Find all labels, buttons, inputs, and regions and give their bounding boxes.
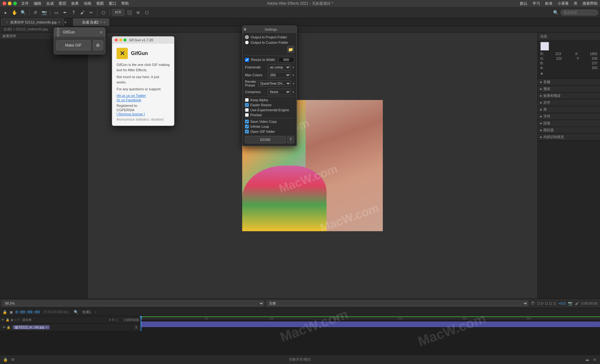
menu-view[interactable]: 视图 xyxy=(96,1,104,6)
infinite-loop-checkbox[interactable] xyxy=(245,125,249,128)
character-section-header[interactable]: ▸ 字符 xyxy=(538,113,600,120)
framerate-select[interactable]: as comp 24 30 xyxy=(268,64,291,70)
use-exp-engine-checkbox[interactable] xyxy=(245,108,249,112)
fx-col[interactable]: fx xyxy=(112,318,115,322)
search-input[interactable] xyxy=(561,10,598,15)
help-button[interactable]: ? xyxy=(287,136,294,143)
save-video-checkbox[interactable] xyxy=(245,120,249,123)
layer-pencil-icon[interactable]: ✏ xyxy=(45,326,48,329)
prev-icon-1[interactable]: ◻ xyxy=(537,301,540,305)
close-button[interactable] xyxy=(2,2,6,5)
playhead[interactable] xyxy=(141,316,141,331)
tab-composition[interactable]: ◾ 合成 合成1 ✕ ≡ xyxy=(73,18,109,26)
workspace-small[interactable]: 小屏幕 xyxy=(558,1,569,6)
content-aware-section-header[interactable]: ▸ 内容识别填充 xyxy=(538,134,600,141)
shy-icon[interactable]: ⌾ xyxy=(15,318,17,322)
puppet-tool[interactable]: ⬡ xyxy=(100,9,107,16)
effects-presets-section-header[interactable]: ▸ 效果和预设 xyxy=(538,92,600,99)
tab-effects-control[interactable]: ◾ 效果控件 52112_mskxcnfo.jpg ✕ xyxy=(1,18,64,26)
zoom-tool[interactable]: 🔍 xyxy=(19,9,27,16)
tracker-section-header[interactable]: ▸ 跟踪器 xyxy=(538,127,600,134)
align-button[interactable]: 对齐 xyxy=(112,9,124,16)
menu-edit[interactable]: 编辑 xyxy=(34,1,41,6)
clone-tool[interactable]: ✂ xyxy=(88,9,95,16)
maximize-button[interactable] xyxy=(13,2,17,5)
prev-icon-3[interactable]: ◻ xyxy=(545,301,548,305)
faster-resize-checkbox[interactable] xyxy=(245,103,249,107)
paragraph-section-header[interactable]: ▸ 段落 xyxy=(538,120,600,127)
timeline-zoom-icon[interactable]: 🔍 xyxy=(74,310,78,314)
lock-bottom-icon[interactable]: 🔒 xyxy=(2,357,8,362)
menu-animation[interactable]: 动画 xyxy=(84,1,91,6)
about-maximize[interactable] xyxy=(123,38,127,42)
layer-eye-icon[interactable]: 👁 xyxy=(2,326,6,329)
menu-effects[interactable]: 效果 xyxy=(71,1,79,6)
done-button[interactable]: DONE xyxy=(245,136,286,143)
solo-icon[interactable]: ◉ xyxy=(11,318,13,322)
folder-browse-button[interactable]: 📁 xyxy=(287,46,294,53)
tab-comp-menu[interactable]: ≡ xyxy=(104,21,106,24)
menu-help[interactable]: 帮助 xyxy=(121,1,129,6)
select-tool[interactable]: ▸ xyxy=(2,9,9,16)
gifgun-menu-icon[interactable]: ≡ xyxy=(100,30,102,35)
about-minimize[interactable] xyxy=(119,38,122,42)
library-section-header[interactable]: ▸ 库 xyxy=(538,106,600,113)
resize-checkbox[interactable] xyxy=(245,58,249,62)
make-gif-button[interactable]: Make GIF xyxy=(56,40,91,50)
zoom-select[interactable]: 98.5% xyxy=(2,301,264,306)
brush-icon-2[interactable]: 🖌 xyxy=(575,301,579,306)
output-project-radio[interactable] xyxy=(245,35,249,39)
audio-section-header[interactable]: ▸ 音频 xyxy=(538,79,600,86)
camera-icon[interactable]: 📷 xyxy=(568,301,572,306)
lock-col-icon[interactable]: 🔒 xyxy=(6,318,9,322)
align-section-header[interactable]: ▸ 对齐 xyxy=(538,99,600,106)
pen-tool[interactable]: ✒ xyxy=(61,9,69,16)
about-facebook-link[interactable]: Or on Facebook xyxy=(117,98,170,102)
prev-icon-5[interactable]: ◻ xyxy=(553,301,556,305)
workspace-standard[interactable]: 标准 xyxy=(545,1,552,6)
max-colors-select[interactable]: 256 128 64 xyxy=(268,72,291,78)
resize-input[interactable] xyxy=(278,57,294,62)
layer-bar[interactable] xyxy=(141,322,600,327)
3d-col[interactable]: ⬡ xyxy=(116,318,118,322)
layer-row[interactable]: 👁 🔒 1 🖼 52112_m...nfo.jpg ✏ 无 xyxy=(0,324,140,331)
settings-gear-button[interactable]: ⚙ xyxy=(93,40,103,50)
about-remove-license[interactable]: [ Remove license ] xyxy=(117,112,145,116)
keep-alpha-checkbox[interactable] xyxy=(245,98,249,102)
brush-tool[interactable]: 🖌 xyxy=(79,9,86,16)
info-section-header[interactable]: 信息 xyxy=(538,32,600,40)
timeline-menu-icon[interactable]: ≡ xyxy=(95,310,97,314)
rotation-tool[interactable]: ↺ xyxy=(32,9,39,16)
prev-icon-4[interactable]: ◻ xyxy=(549,301,552,305)
search-icon[interactable]: 🔍 xyxy=(552,9,559,16)
snap-icon[interactable]: ⬛ xyxy=(126,9,133,16)
menu-composite[interactable]: 合成 xyxy=(46,1,54,6)
about-twitter-link[interactable]: Hit us up on Twitter xyxy=(117,94,170,97)
motion-blur-icon[interactable]: ≋ xyxy=(134,9,142,16)
open-gif-folder-checkbox[interactable] xyxy=(245,130,249,133)
hand-tool[interactable]: ✋ xyxy=(11,9,18,16)
camera-tool[interactable]: 📷 xyxy=(40,9,48,16)
quality-select[interactable]: 完整 xyxy=(267,301,528,306)
3d-icon[interactable]: ⬡ xyxy=(143,9,151,16)
output-custom-radio[interactable] xyxy=(245,41,249,44)
preview-section-header[interactable]: ▸ 预览 xyxy=(538,86,600,92)
prev-icon-2[interactable]: ▷ xyxy=(541,301,544,305)
tab-comp-close[interactable]: ✕ xyxy=(100,21,102,24)
motion-blur-col[interactable]: ≋ xyxy=(109,318,111,322)
tab-effects-close[interactable]: ✕ xyxy=(58,21,60,24)
switch-mode-label[interactable]: 切换开关/模式 xyxy=(289,357,311,362)
layer-name-chip[interactable]: 🖼 52112_m...nfo.jpg ✏ xyxy=(13,325,50,329)
mask-tool[interactable]: ▭ xyxy=(52,9,60,16)
menu-file[interactable]: 文件 xyxy=(21,1,29,6)
config-icon[interactable]: ⚙ xyxy=(10,357,16,362)
about-close[interactable] xyxy=(115,38,118,42)
workspace-library[interactable]: 库 xyxy=(574,1,578,6)
workspace-learn[interactable]: 学习 xyxy=(532,1,540,6)
timeline-time[interactable]: 0:00:00:00 xyxy=(15,310,40,314)
workspace-default[interactable]: 默认 xyxy=(520,1,528,6)
pixelart-checkbox[interactable] xyxy=(245,113,249,117)
minimize-button[interactable] xyxy=(8,2,12,5)
render-preset-select[interactable]: QuickTime DV... xyxy=(258,80,291,87)
eye-icon[interactable]: 👁 xyxy=(1,318,4,322)
